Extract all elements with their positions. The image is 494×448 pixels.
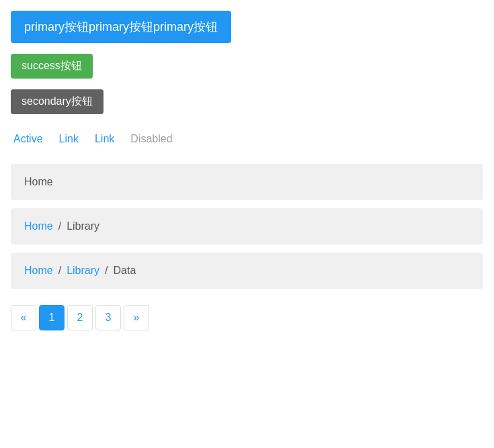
success-button-section: success按钮 [11,54,483,79]
breadcrumb-1: Home [11,164,483,200]
primary-button[interactable]: primary按钮primary按钮primary按钮 [11,11,231,43]
success-button[interactable]: success按钮 [11,54,93,79]
breadcrumb-2: Home / Library [11,208,483,244]
link-button-2[interactable]: Link [95,130,114,148]
breadcrumb-3-home[interactable]: Home [24,265,53,277]
pagination-page-2[interactable]: 2 [67,305,93,330]
link-buttons-row: Active Link Link Disabled [11,125,483,153]
secondary-button[interactable]: secondary按钮 [11,89,104,114]
pagination-next[interactable]: » [124,305,149,330]
breadcrumb-1-home: Home [24,176,53,188]
link-button-disabled: Disabled [130,130,172,148]
breadcrumb-2-library: Library [67,220,99,232]
breadcrumb-3-library[interactable]: Library [67,265,99,277]
breadcrumb-2-home[interactable]: Home [24,220,53,232]
breadcrumb-3: Home / Library / Data [11,253,483,289]
breadcrumb-3-sep1: / [58,265,61,277]
link-button-1[interactable]: Link [59,130,79,148]
breadcrumb-3-sep2: / [105,265,108,277]
pagination-page-1[interactable]: 1 [39,305,65,330]
breadcrumb-2-sep1: / [58,220,61,232]
pagination-prev[interactable]: « [11,305,36,330]
link-button-active[interactable]: Active [13,130,43,148]
pagination-page-3[interactable]: 3 [95,305,121,330]
pagination: « 1 2 3 » [11,300,483,336]
breadcrumb-3-data: Data [114,265,136,277]
secondary-button-section: secondary按钮 [11,89,483,114]
primary-button-section: primary按钮primary按钮primary按钮 [11,11,483,43]
